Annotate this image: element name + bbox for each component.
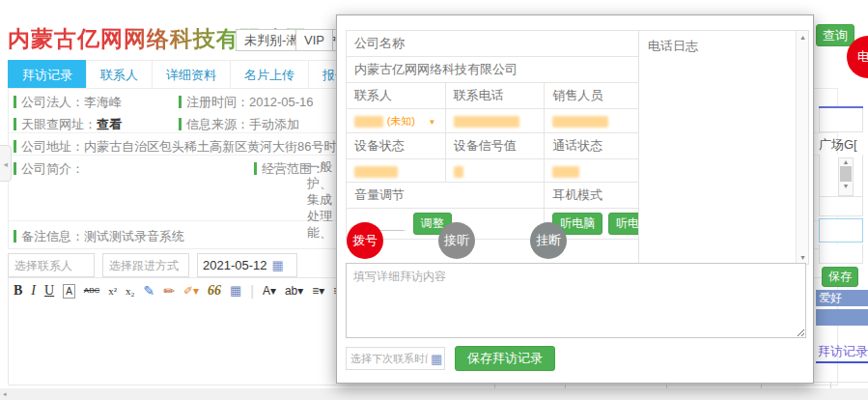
sales-person-cell: [545, 109, 644, 133]
italic-icon[interactable]: I: [31, 282, 36, 300]
app-window: 内蒙古亿网网络科技有限公司 未判别-潜在客户 VIP 拜访记录 联系人 详细资料…: [0, 0, 868, 400]
field-tianyancha-url: 天眼查网址：查看: [14, 116, 122, 133]
company-name-label: 公司名称: [347, 31, 644, 57]
visit-content-textarea[interactable]: [346, 263, 806, 338]
sidebar-collapse-handle[interactable]: ◂: [0, 145, 12, 182]
field-info-source: 信息来源：手动添加: [179, 116, 299, 133]
sales-header: 销售人员: [545, 83, 644, 109]
right-panel-row: [819, 244, 863, 264]
visit-records-underline: [816, 361, 868, 363]
tab-details[interactable]: 详细资料: [152, 60, 231, 91]
headset-header: 耳机模式: [545, 183, 644, 209]
blue-bar-fragment: [816, 309, 868, 326]
tab-visit-records[interactable]: 拜访记录: [8, 60, 87, 91]
field-marker: [14, 162, 16, 175]
field-marker: [14, 96, 16, 108]
dial-button[interactable]: 拨号: [347, 222, 383, 259]
device-signal-header: 设备信号值: [445, 133, 545, 159]
visit-records-link[interactable]: 拜访记录: [818, 343, 868, 360]
table-icon[interactable]: ▦: [230, 282, 241, 300]
focused-input-fragment[interactable]: [819, 218, 863, 243]
hobby-bar-fragment: 爱好: [816, 290, 868, 306]
spinner-scrollbar[interactable]: ▲ ▼: [838, 157, 854, 196]
call-info-table: 公司名称 内蒙古亿网网络科技有限公司 联系人 联系电话 销售人员 (未知) ▼ …: [346, 30, 644, 240]
call-status-cell: [545, 159, 644, 183]
tab-business-card[interactable]: 名片上传: [230, 60, 309, 91]
phone-log-scrollbar[interactable]: ▲ ▼: [796, 31, 808, 264]
device-signal-cell: [445, 159, 545, 183]
visit-date-input[interactable]: 2021-05-12 ▦: [197, 253, 297, 277]
save-visit-record-button[interactable]: 保存拜访记录: [455, 346, 555, 371]
superscript-icon[interactable]: x²: [108, 282, 117, 300]
bold-icon[interactable]: B: [14, 282, 22, 300]
field-marker: [14, 230, 16, 243]
scroll-up-icon[interactable]: ▲: [843, 158, 850, 165]
view-link[interactable]: 查看: [97, 117, 122, 131]
phone-log-label: 电话日志: [648, 38, 698, 55]
business-scope-value: 一般护、集成处理能、: [307, 158, 338, 241]
right-panel-row: [819, 197, 863, 216]
device-status-header: 设备状态: [347, 133, 446, 159]
right-panel-row: [819, 108, 863, 132]
format-painter-icon[interactable]: ✐▾: [183, 282, 199, 300]
blockquote-icon[interactable]: 66: [208, 282, 221, 300]
select-contact-input[interactable]: [8, 253, 95, 277]
field-legal-person: 公司法人：李海峰: [14, 94, 122, 111]
calendar-icon[interactable]: ▦: [272, 259, 284, 271]
editor-toolbar: B I U A ABC x² x₂ ✎ ✏ ✐▾ 66 ▦ | A▾ ab▾ ≡…: [14, 282, 361, 300]
eraser-icon[interactable]: ✎: [143, 282, 154, 300]
brush-icon[interactable]: ✏: [163, 282, 175, 300]
phone-log-panel: 电话日志 ▲ ▼: [638, 30, 809, 265]
strikethrough-icon[interactable]: ABC: [84, 282, 99, 300]
volume-header: 音量调节: [347, 183, 545, 209]
select-followup-method-input[interactable]: [102, 253, 189, 277]
redacted-contact-name: [354, 116, 383, 128]
device-status-cell: [347, 159, 446, 183]
phone-header: 联系电话: [445, 83, 545, 109]
field-marker: [254, 162, 257, 175]
toolbar-divider: |: [250, 282, 254, 300]
vip-badge: VIP: [295, 29, 333, 51]
calendar-icon[interactable]: ▦: [431, 353, 442, 365]
scroll-down-icon[interactable]: ▼: [843, 183, 850, 189]
next-contact-time-input[interactable]: ▦: [346, 347, 445, 370]
scroll-left-icon[interactable]: ◂: [3, 390, 7, 398]
contact-unknown-label: (未知): [387, 115, 415, 127]
field-marker: [179, 96, 182, 108]
save-button[interactable]: 保存: [822, 267, 858, 287]
ordered-list-icon[interactable]: ≡▾: [312, 282, 324, 300]
company-name-value: 内蒙古亿网网络科技有限公司: [347, 57, 644, 83]
address-fragment: 广场G[: [819, 136, 857, 154]
contact-header: 联系人: [347, 83, 446, 109]
field-company-address: 公司地址：内蒙古自治区包头稀土高新区黄河大街86号时代广场G: [14, 138, 384, 156]
scroll-down-icon[interactable]: ▼: [799, 254, 806, 261]
font-box-icon[interactable]: A: [63, 284, 75, 299]
contact-phone-cell: [445, 109, 545, 133]
field-remark: 备注信息：测试测试录音系统: [14, 228, 184, 245]
call-status-header: 通话状态: [545, 133, 644, 159]
scroll-thumb[interactable]: [840, 166, 852, 182]
subscript-icon[interactable]: x₂: [126, 282, 134, 300]
answer-button[interactable]: 接听: [438, 222, 475, 259]
redacted-phone: [454, 116, 519, 128]
query-button[interactable]: 查询: [816, 24, 854, 46]
font-color-icon[interactable]: A▾: [263, 282, 276, 300]
field-marker: [179, 118, 182, 130]
horizontal-scrollbar[interactable]: ◂: [0, 388, 868, 400]
tab-contacts[interactable]: 联系人: [86, 60, 153, 91]
highlight-icon[interactable]: ab▾: [285, 282, 303, 300]
redacted-device-signal: [454, 166, 463, 178]
field-marker: [14, 118, 16, 130]
field-register-time: 注册时间：2012-05-16: [179, 94, 314, 111]
field-company-profile: 公司简介：: [14, 160, 84, 178]
redacted-device-status: [354, 166, 398, 178]
redacted-call-status: [552, 166, 579, 178]
contact-dropdown-icon[interactable]: ▼: [429, 118, 436, 127]
underline-icon[interactable]: U: [44, 282, 54, 300]
scroll-up-icon[interactable]: ▲: [799, 34, 806, 41]
next-contact-time-field[interactable]: [350, 353, 428, 364]
hangup-button[interactable]: 挂断: [530, 222, 567, 259]
call-dialog: 公司名称 内蒙古亿网网络科技有限公司 联系人 联系电话 销售人员 (未知) ▼ …: [336, 14, 814, 384]
contact-select-cell[interactable]: (未知) ▼: [347, 109, 446, 133]
field-marker: [14, 140, 16, 153]
